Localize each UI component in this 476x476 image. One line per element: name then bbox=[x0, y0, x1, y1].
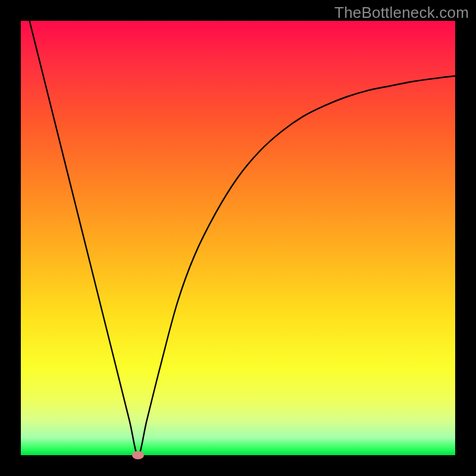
chart-plot-area bbox=[21, 21, 455, 455]
optimal-point-marker bbox=[132, 451, 144, 459]
watermark-text: TheBottleneck.com bbox=[334, 4, 469, 22]
chart-frame: TheBottleneck.com bbox=[0, 0, 476, 476]
bottleneck-curve bbox=[21, 21, 455, 455]
curve-path bbox=[30, 21, 455, 455]
